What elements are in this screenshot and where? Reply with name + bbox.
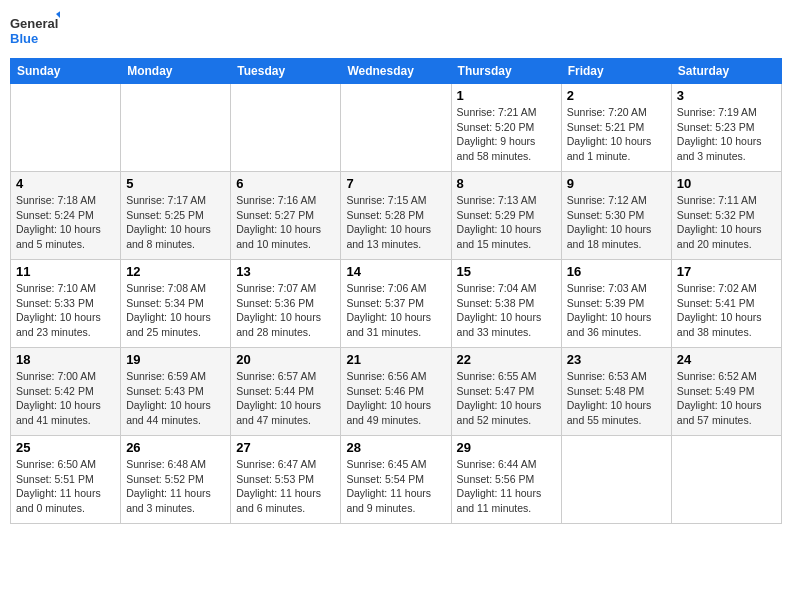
- day-info: Sunrise: 6:53 AM Sunset: 5:48 PM Dayligh…: [567, 369, 666, 428]
- calendar-cell: 20Sunrise: 6:57 AM Sunset: 5:44 PM Dayli…: [231, 348, 341, 436]
- logo-icon: General Blue: [10, 10, 60, 50]
- day-number: 24: [677, 352, 776, 367]
- day-info: Sunrise: 7:11 AM Sunset: 5:32 PM Dayligh…: [677, 193, 776, 252]
- calendar-cell: 27Sunrise: 6:47 AM Sunset: 5:53 PM Dayli…: [231, 436, 341, 524]
- day-header-friday: Friday: [561, 59, 671, 84]
- day-header-saturday: Saturday: [671, 59, 781, 84]
- day-info: Sunrise: 7:12 AM Sunset: 5:30 PM Dayligh…: [567, 193, 666, 252]
- calendar-cell: 8Sunrise: 7:13 AM Sunset: 5:29 PM Daylig…: [451, 172, 561, 260]
- day-number: 8: [457, 176, 556, 191]
- calendar-week-row: 18Sunrise: 7:00 AM Sunset: 5:42 PM Dayli…: [11, 348, 782, 436]
- calendar-cell: [341, 84, 451, 172]
- day-info: Sunrise: 6:44 AM Sunset: 5:56 PM Dayligh…: [457, 457, 556, 516]
- page-header: General Blue: [10, 10, 782, 50]
- day-info: Sunrise: 6:52 AM Sunset: 5:49 PM Dayligh…: [677, 369, 776, 428]
- day-info: Sunrise: 7:19 AM Sunset: 5:23 PM Dayligh…: [677, 105, 776, 164]
- day-info: Sunrise: 7:08 AM Sunset: 5:34 PM Dayligh…: [126, 281, 225, 340]
- day-number: 3: [677, 88, 776, 103]
- day-number: 23: [567, 352, 666, 367]
- calendar-cell: 9Sunrise: 7:12 AM Sunset: 5:30 PM Daylig…: [561, 172, 671, 260]
- day-number: 27: [236, 440, 335, 455]
- calendar-cell: 22Sunrise: 6:55 AM Sunset: 5:47 PM Dayli…: [451, 348, 561, 436]
- calendar-week-row: 4Sunrise: 7:18 AM Sunset: 5:24 PM Daylig…: [11, 172, 782, 260]
- calendar-cell: 7Sunrise: 7:15 AM Sunset: 5:28 PM Daylig…: [341, 172, 451, 260]
- calendar-cell: 24Sunrise: 6:52 AM Sunset: 5:49 PM Dayli…: [671, 348, 781, 436]
- calendar-cell: 11Sunrise: 7:10 AM Sunset: 5:33 PM Dayli…: [11, 260, 121, 348]
- calendar-cell: 4Sunrise: 7:18 AM Sunset: 5:24 PM Daylig…: [11, 172, 121, 260]
- day-number: 1: [457, 88, 556, 103]
- day-header-tuesday: Tuesday: [231, 59, 341, 84]
- day-number: 25: [16, 440, 115, 455]
- day-info: Sunrise: 7:16 AM Sunset: 5:27 PM Dayligh…: [236, 193, 335, 252]
- calendar-cell: 14Sunrise: 7:06 AM Sunset: 5:37 PM Dayli…: [341, 260, 451, 348]
- day-number: 2: [567, 88, 666, 103]
- calendar-cell: 13Sunrise: 7:07 AM Sunset: 5:36 PM Dayli…: [231, 260, 341, 348]
- calendar-week-row: 11Sunrise: 7:10 AM Sunset: 5:33 PM Dayli…: [11, 260, 782, 348]
- day-number: 21: [346, 352, 445, 367]
- day-info: Sunrise: 7:13 AM Sunset: 5:29 PM Dayligh…: [457, 193, 556, 252]
- day-number: 6: [236, 176, 335, 191]
- svg-text:Blue: Blue: [10, 31, 38, 46]
- calendar-cell: 6Sunrise: 7:16 AM Sunset: 5:27 PM Daylig…: [231, 172, 341, 260]
- calendar-cell: [121, 84, 231, 172]
- day-number: 11: [16, 264, 115, 279]
- day-info: Sunrise: 7:00 AM Sunset: 5:42 PM Dayligh…: [16, 369, 115, 428]
- calendar-cell: 16Sunrise: 7:03 AM Sunset: 5:39 PM Dayli…: [561, 260, 671, 348]
- day-info: Sunrise: 6:47 AM Sunset: 5:53 PM Dayligh…: [236, 457, 335, 516]
- day-number: 13: [236, 264, 335, 279]
- day-info: Sunrise: 7:10 AM Sunset: 5:33 PM Dayligh…: [16, 281, 115, 340]
- calendar-cell: 10Sunrise: 7:11 AM Sunset: 5:32 PM Dayli…: [671, 172, 781, 260]
- calendar-cell: 3Sunrise: 7:19 AM Sunset: 5:23 PM Daylig…: [671, 84, 781, 172]
- calendar-cell: 18Sunrise: 7:00 AM Sunset: 5:42 PM Dayli…: [11, 348, 121, 436]
- day-info: Sunrise: 7:04 AM Sunset: 5:38 PM Dayligh…: [457, 281, 556, 340]
- day-info: Sunrise: 6:48 AM Sunset: 5:52 PM Dayligh…: [126, 457, 225, 516]
- day-number: 16: [567, 264, 666, 279]
- day-number: 12: [126, 264, 225, 279]
- day-number: 17: [677, 264, 776, 279]
- calendar-cell: 26Sunrise: 6:48 AM Sunset: 5:52 PM Dayli…: [121, 436, 231, 524]
- day-number: 7: [346, 176, 445, 191]
- day-info: Sunrise: 7:06 AM Sunset: 5:37 PM Dayligh…: [346, 281, 445, 340]
- day-info: Sunrise: 7:20 AM Sunset: 5:21 PM Dayligh…: [567, 105, 666, 164]
- calendar-cell: 23Sunrise: 6:53 AM Sunset: 5:48 PM Dayli…: [561, 348, 671, 436]
- day-info: Sunrise: 6:59 AM Sunset: 5:43 PM Dayligh…: [126, 369, 225, 428]
- svg-text:General: General: [10, 16, 58, 31]
- day-info: Sunrise: 6:50 AM Sunset: 5:51 PM Dayligh…: [16, 457, 115, 516]
- day-info: Sunrise: 6:45 AM Sunset: 5:54 PM Dayligh…: [346, 457, 445, 516]
- calendar-cell: [671, 436, 781, 524]
- calendar-cell: 1Sunrise: 7:21 AM Sunset: 5:20 PM Daylig…: [451, 84, 561, 172]
- calendar-week-row: 1Sunrise: 7:21 AM Sunset: 5:20 PM Daylig…: [11, 84, 782, 172]
- calendar-week-row: 25Sunrise: 6:50 AM Sunset: 5:51 PM Dayli…: [11, 436, 782, 524]
- calendar-table: SundayMondayTuesdayWednesdayThursdayFrid…: [10, 58, 782, 524]
- calendar-cell: 17Sunrise: 7:02 AM Sunset: 5:41 PM Dayli…: [671, 260, 781, 348]
- day-header-sunday: Sunday: [11, 59, 121, 84]
- day-info: Sunrise: 7:18 AM Sunset: 5:24 PM Dayligh…: [16, 193, 115, 252]
- calendar-cell: 19Sunrise: 6:59 AM Sunset: 5:43 PM Dayli…: [121, 348, 231, 436]
- day-info: Sunrise: 7:15 AM Sunset: 5:28 PM Dayligh…: [346, 193, 445, 252]
- day-number: 18: [16, 352, 115, 367]
- day-number: 19: [126, 352, 225, 367]
- calendar-cell: [231, 84, 341, 172]
- day-info: Sunrise: 7:03 AM Sunset: 5:39 PM Dayligh…: [567, 281, 666, 340]
- day-info: Sunrise: 7:02 AM Sunset: 5:41 PM Dayligh…: [677, 281, 776, 340]
- calendar-cell: 12Sunrise: 7:08 AM Sunset: 5:34 PM Dayli…: [121, 260, 231, 348]
- calendar-cell: 28Sunrise: 6:45 AM Sunset: 5:54 PM Dayli…: [341, 436, 451, 524]
- logo: General Blue: [10, 10, 60, 50]
- day-info: Sunrise: 6:55 AM Sunset: 5:47 PM Dayligh…: [457, 369, 556, 428]
- day-header-monday: Monday: [121, 59, 231, 84]
- calendar-cell: 15Sunrise: 7:04 AM Sunset: 5:38 PM Dayli…: [451, 260, 561, 348]
- day-number: 22: [457, 352, 556, 367]
- day-number: 15: [457, 264, 556, 279]
- calendar-cell: 29Sunrise: 6:44 AM Sunset: 5:56 PM Dayli…: [451, 436, 561, 524]
- day-info: Sunrise: 7:21 AM Sunset: 5:20 PM Dayligh…: [457, 105, 556, 164]
- day-number: 20: [236, 352, 335, 367]
- day-number: 14: [346, 264, 445, 279]
- day-number: 28: [346, 440, 445, 455]
- day-number: 4: [16, 176, 115, 191]
- day-number: 26: [126, 440, 225, 455]
- day-number: 9: [567, 176, 666, 191]
- day-info: Sunrise: 7:17 AM Sunset: 5:25 PM Dayligh…: [126, 193, 225, 252]
- calendar-cell: 25Sunrise: 6:50 AM Sunset: 5:51 PM Dayli…: [11, 436, 121, 524]
- day-header-wednesday: Wednesday: [341, 59, 451, 84]
- day-number: 29: [457, 440, 556, 455]
